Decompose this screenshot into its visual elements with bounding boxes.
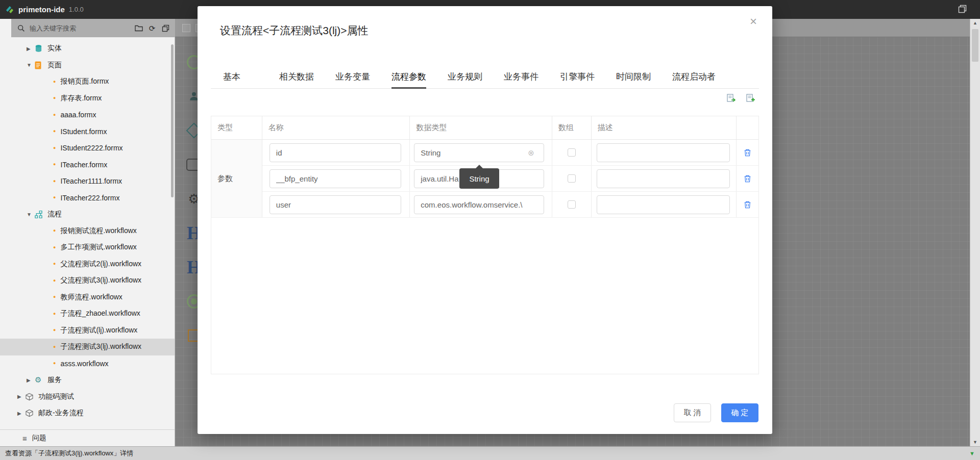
chevron-right-icon: ▶: [27, 377, 35, 383]
scroll-up-icon[interactable]: ▲: [970, 20, 980, 25]
scroll-down-icon[interactable]: ▼: [970, 440, 980, 445]
problems-panel-toggle[interactable]: ≡ 问题: [0, 429, 175, 446]
array-checkbox[interactable]: [568, 174, 576, 183]
file-dot-icon: ●: [53, 312, 56, 316]
delete-row-icon[interactable]: [743, 200, 752, 209]
chevron-down-icon: ▼: [27, 212, 35, 217]
file-dot-icon: ●: [53, 195, 56, 200]
tree-item-file[interactable]: ●子流程测试(lj).workflowx: [0, 322, 175, 339]
tree-item-label: 页面: [47, 61, 62, 70]
page-icon: [35, 61, 44, 69]
folder-icon[interactable]: [134, 23, 143, 33]
param-desc-input[interactable]: [597, 169, 730, 188]
refresh-icon[interactable]: ⟳: [148, 23, 157, 33]
search-input[interactable]: [30, 24, 130, 32]
array-checkbox[interactable]: [568, 200, 576, 209]
delete-row-icon[interactable]: [743, 174, 752, 183]
file-dot-icon: ●: [53, 146, 56, 150]
menu-icon: ≡: [22, 434, 27, 443]
cancel-button[interactable]: 取 消: [674, 403, 711, 422]
tree-item-file[interactable]: ●报销测试流程.workflowx: [0, 223, 175, 240]
app-window: primeton-ide 1.0.0 资源 ⟳ ▶: [0, 0, 980, 460]
file-dot-icon: ●: [53, 361, 56, 366]
param-name-input[interactable]: [270, 169, 401, 188]
dialog-tabs: 基本 相关数据 业务变量 流程参数 业务规则 业务事件 引擎事件 时间限制 流程…: [211, 66, 759, 89]
tree-item-file[interactable]: ●IStudent2222.formx: [0, 140, 175, 157]
file-dot-icon: ●: [53, 113, 56, 117]
tree-item-file[interactable]: ●库存表.formx: [0, 90, 175, 107]
table-toolbar: [726, 93, 756, 105]
tree-item-file[interactable]: ●ITeacher1111.formx: [0, 173, 175, 190]
tree-item-file[interactable]: ●ITeacher222.formx: [0, 190, 175, 207]
tooltip-text: String: [469, 174, 489, 183]
tab-business-events[interactable]: 业务事件: [504, 66, 560, 88]
param-name-input[interactable]: [270, 143, 401, 162]
file-dot-icon: ●: [53, 345, 56, 349]
param-desc-input[interactable]: [597, 143, 730, 162]
tree-item-label: 父流程测试3(lj).workflowx: [60, 276, 141, 285]
tree-item-flows[interactable]: ▼ 流程: [0, 206, 175, 223]
ok-button[interactable]: 确 定: [721, 403, 758, 422]
status-arrow-icon[interactable]: ▼: [969, 450, 975, 456]
tree-item-file[interactable]: ●asss.workflowx: [0, 355, 175, 372]
collapse-all-icon[interactable]: [161, 23, 170, 33]
tree-item-label: 教师流程.workflowx: [60, 293, 122, 302]
tree-item-file[interactable]: ●aaaa.formx: [0, 107, 175, 123]
tree-item-file[interactable]: ●子流程_zhaoel.workflowx: [0, 305, 175, 322]
tree-item-label: 服务: [47, 375, 62, 385]
scrollbar-thumb[interactable]: [972, 29, 978, 62]
tree-item-label: 邮政-业务流程: [38, 408, 84, 418]
tab-related-data[interactable]: 相关数据: [279, 66, 335, 88]
file-dot-icon: ●: [53, 129, 56, 134]
tree-item-label: IStudent2222.formx: [60, 144, 122, 152]
tree-item-file[interactable]: ●IStudent.formx: [0, 123, 175, 140]
tab-flow-params[interactable]: 流程参数: [391, 66, 448, 88]
tab-basic[interactable]: 基本: [223, 66, 279, 88]
close-icon[interactable]: ×: [750, 15, 757, 28]
import-param-icon[interactable]: [726, 93, 737, 105]
tree-item-file[interactable]: ●父流程测试3(lj).workflowx: [0, 272, 175, 289]
param-datatype-input[interactable]: [414, 143, 544, 162]
array-checkbox[interactable]: [568, 148, 576, 157]
file-dot-icon: ●: [53, 328, 56, 333]
tree-item-file[interactable]: ●ITeacher.formx: [0, 157, 175, 173]
chevron-down-icon: ▼: [27, 62, 35, 68]
tree-item-project[interactable]: ▶ 功能码测试: [0, 389, 175, 405]
param-desc-input[interactable]: [597, 195, 730, 214]
app-version: 1.0.0: [69, 6, 84, 13]
sidebar-toolbar: ⟳: [11, 19, 175, 37]
tab-time-limit[interactable]: 时间限制: [616, 66, 672, 88]
toolbar-icon[interactable]: [182, 24, 190, 32]
column-header: 数据类型: [410, 116, 552, 139]
tree-item-label: 实体: [47, 44, 62, 53]
tree-item-entity[interactable]: ▶ 实体: [0, 40, 175, 57]
tab-business-rules[interactable]: 业务规则: [448, 66, 504, 88]
tree-item-services[interactable]: ▶ ⚙ 服务: [0, 372, 175, 389]
tree-item-label: ITeacher.formx: [60, 161, 107, 169]
resource-tree: ▶ 实体 ▼ 页面 ●报销页面.formx ●库存表.formx ●aaaa.f…: [0, 40, 175, 422]
tree-item-file[interactable]: ●多工作项测试.workflowx: [0, 239, 175, 256]
column-header-actions: [737, 116, 758, 139]
app-title: primeton-ide: [18, 5, 65, 14]
param-name-input[interactable]: [270, 195, 401, 214]
tree-item-label: ITeacher1111.formx: [60, 177, 122, 185]
tree-item-file[interactable]: ●教师流程.workflowx: [0, 289, 175, 306]
tab-business-vars[interactable]: 业务变量: [335, 66, 391, 88]
window-restore-icon[interactable]: [958, 5, 967, 15]
clear-input-icon[interactable]: ⊗: [528, 149, 534, 157]
column-header: 名称: [262, 116, 410, 139]
add-param-icon[interactable]: [746, 93, 756, 105]
tree-item-project[interactable]: ▶ 邮政-业务流程: [0, 405, 175, 422]
vertical-scrollbar[interactable]: ▲ ▼: [970, 19, 980, 446]
tree-item-label: aaaa.formx: [60, 111, 96, 119]
tree-item-file[interactable]: ●报销页面.formx: [0, 73, 175, 90]
sidebar-scrollbar-thumb[interactable]: [171, 44, 174, 197]
tree-item-pages[interactable]: ▼ 页面: [0, 57, 175, 74]
search-icon: [16, 23, 26, 33]
tab-engine-events[interactable]: 引擎事件: [560, 66, 616, 88]
param-datatype-input[interactable]: [414, 195, 544, 214]
delete-row-icon[interactable]: [743, 148, 752, 157]
tree-item-file-selected[interactable]: ●子流程测试3(lj).workflowx: [0, 339, 175, 355]
tree-item-file[interactable]: ●父流程测试2(lj).workflowx: [0, 256, 175, 273]
tab-flow-starter[interactable]: 流程启动者: [672, 66, 716, 88]
